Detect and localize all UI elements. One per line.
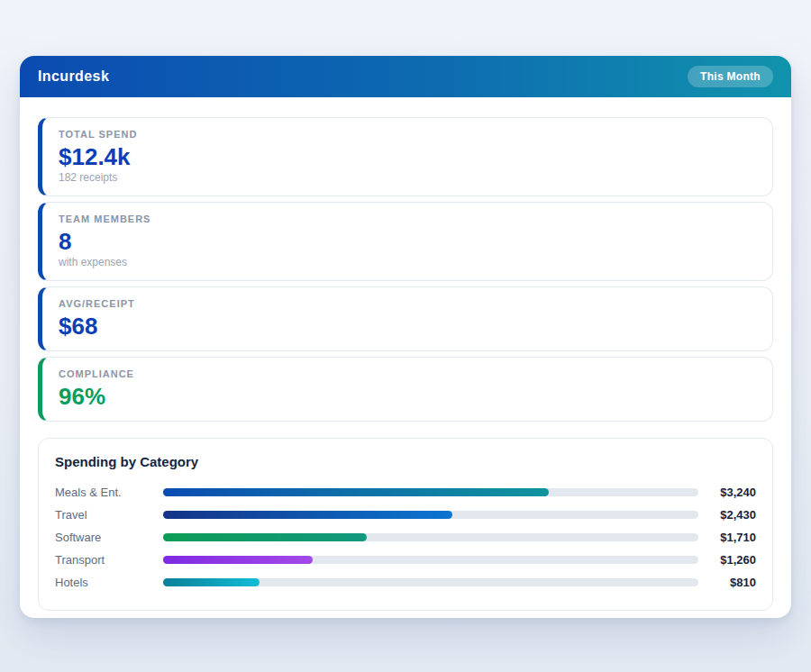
bar-track — [163, 556, 698, 564]
bar-fill-transport — [163, 556, 313, 564]
stat-label: COMPLIANCE — [59, 368, 756, 380]
bar-fill-travel — [163, 511, 452, 519]
chart-row-software: Software $1,710 — [55, 526, 756, 549]
bar-value: $3,240 — [698, 486, 756, 499]
chart-row-hotels: Hotels $810 — [55, 571, 756, 594]
chart-title: Spending by Category — [55, 453, 756, 470]
chart-row-meals: Meals & Ent. $3,240 — [55, 481, 756, 504]
stat-card-avg-receipt: AVG/RECEIPT $68 — [38, 286, 773, 351]
dashboard-content: TOTAL SPEND $12.4k 182 receipts TEAM MEM… — [20, 97, 791, 618]
stat-sublabel: with expenses — [59, 256, 756, 269]
stat-value: $12.4k — [59, 143, 756, 170]
stat-label: TEAM MEMBERS — [59, 213, 756, 225]
bar-track — [163, 533, 698, 541]
period-badge[interactable]: This Month — [688, 66, 773, 87]
bar-fill-hotels — [163, 578, 260, 586]
chart-row-transport: Transport $1,260 — [55, 549, 756, 571]
stat-card-total-spend: TOTAL SPEND $12.4k 182 receipts — [38, 117, 773, 196]
stat-value: 8 — [59, 228, 756, 255]
dashboard-card: Incurdesk This Month TOTAL SPEND $12.4k … — [20, 56, 791, 618]
stat-card-team-members: TEAM MEMBERS 8 with expenses — [38, 202, 773, 281]
bar-track — [163, 578, 698, 586]
category-label: Hotels — [55, 576, 163, 589]
app-title: Incurdesk — [38, 68, 109, 85]
bar-value: $1,260 — [698, 553, 756, 567]
category-label: Software — [55, 531, 163, 544]
chart-row-travel: Travel $2,430 — [55, 504, 756, 526]
stat-card-compliance: COMPLIANCE 96% — [38, 357, 773, 422]
spending-by-category-chart: Spending by Category Meals & Ent. $3,240… — [38, 438, 773, 611]
bar-value: $810 — [698, 576, 756, 589]
category-label: Travel — [55, 508, 163, 522]
bar-track — [163, 511, 698, 519]
stat-label: TOTAL SPEND — [59, 129, 756, 141]
category-label: Meals & Ent. — [55, 486, 163, 499]
bar-value: $1,710 — [698, 531, 756, 544]
category-label: Transport — [55, 553, 163, 567]
stat-value: $68 — [59, 313, 756, 340]
stat-sublabel: 182 receipts — [59, 171, 756, 185]
stat-label: AVG/RECEIPT — [59, 298, 756, 310]
bar-fill-meals — [163, 488, 549, 496]
bar-fill-software — [163, 533, 367, 541]
bar-value: $2,430 — [698, 508, 756, 522]
stat-value: 96% — [59, 383, 756, 410]
app-header: Incurdesk This Month — [20, 56, 791, 97]
bar-track — [163, 488, 698, 496]
